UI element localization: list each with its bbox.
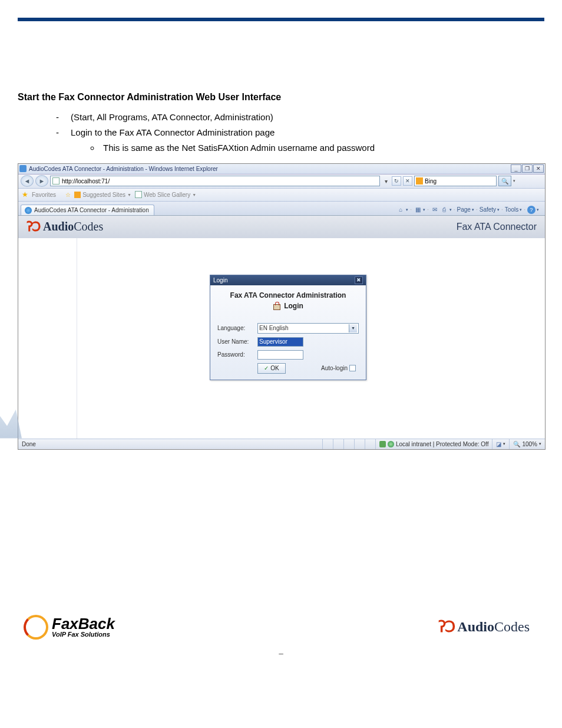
ie-icon [19,165,27,172]
search-go-button[interactable]: 🔍 [498,176,511,186]
search-input[interactable]: Bing [414,176,497,186]
url-text: http://localhost:71/ [62,178,110,185]
zoom-cell[interactable]: 🔍 100% ▾ [509,439,545,449]
watermark-graphic [0,397,22,439]
app-header-title: Fax ATA Connector [457,222,537,232]
window-title: AudioCodes ATA Connector - Administratio… [29,166,511,172]
login-close-button[interactable]: ✖ [355,276,363,284]
stop-button[interactable]: ✕ [403,176,412,186]
status-cell [365,439,375,449]
titlebar: AudioCodes ATA Connector - Administratio… [18,164,545,174]
zone-text: Local intranet | Protected Mode: Off [396,441,489,447]
autologin-checkbox[interactable] [349,365,356,371]
web-slice-label: Web Slice Gallery [144,192,190,198]
login-sub-text: Login [284,302,303,310]
zoom-mode-cell[interactable]: ◪▾ [492,439,509,449]
shield-icon [379,441,386,447]
security-zone-cell[interactable]: Local intranet | Protected Mode: Off [375,439,492,449]
suggested-sites-link[interactable]: Suggested Sites ▼ [74,192,131,198]
favorites-bar: ★ Favorites ☆ Suggested Sites ▼ Web Slic… [18,189,545,202]
home-icon[interactable]: ⌂ [396,206,405,214]
check-icon: ✓ [264,365,269,371]
status-cell [322,439,333,449]
safety-menu[interactable]: Safety▾ [480,206,500,213]
username-label: User Name: [217,338,257,345]
page-number: _ [18,645,544,660]
app-body: Login ✖ Fax ATA Connector Administration… [18,238,545,439]
login-titlebar: Login ✖ [210,275,366,285]
close-button[interactable]: ✕ [533,164,544,173]
web-slice-gallery-link[interactable]: Web Slice Gallery ▼ [135,191,196,198]
zoom-mode-icon: ◪ [496,441,501,447]
page-icon [52,177,59,185]
chevron-down-icon: ▼ [127,193,131,197]
search-dropdown-icon[interactable]: ▾ [513,179,515,183]
username-input[interactable]: Supervisor [257,337,303,347]
password-label: Password: [217,351,257,358]
help-icon[interactable]: ? [527,206,535,214]
language-value: EN English [259,325,288,331]
browser-window: AudioCodes ATA Connector - Administratio… [18,163,546,450]
ok-button[interactable]: ✓ OK [257,363,286,374]
logo-mark-icon: ʔƆ [27,219,39,235]
search-engine-label: Bing [425,178,437,185]
doc-bullet-2: Login to the Fax ATA Connector Administr… [59,126,544,155]
chevron-down-icon: ▼ [349,324,357,332]
status-bar: Done Local intranet | Protected Mode: Of… [18,439,545,449]
status-left: Done [18,441,39,447]
ie-icon [25,207,32,214]
header-rule [18,18,544,21]
status-cell [354,439,365,449]
lock-icon [273,302,281,310]
ok-label: OK [270,365,279,371]
logo-text-b: Codes [74,220,103,233]
refresh-button[interactable]: ↻ [392,176,401,186]
read-mail-icon[interactable]: ✉ [431,206,439,214]
url-input[interactable]: http://localhost:71/ [50,176,380,186]
favorites-star-icon[interactable]: ★ [22,190,28,199]
sidebar [18,238,77,439]
forward-button[interactable]: ► [35,175,48,187]
faxback-name: FaxBack [52,617,115,631]
tab-label: AudioCodes ATA Connector - Administratio… [34,207,149,213]
doc-list: (Start, All Programs, ATA Connector, Adm… [59,111,544,155]
browser-tab[interactable]: AudioCodes ATA Connector - Administratio… [21,205,154,215]
magnifier-icon: 🔍 [513,441,520,447]
print-icon[interactable]: ⎙ [440,206,448,214]
faxback-logo: FaxBack VoIP Fax Solutions [24,615,115,640]
tab-bar: AudioCodes ATA Connector - Administratio… [18,202,545,216]
language-select[interactable]: EN English ▼ [257,323,359,334]
audiocodes-logo: ʔƆ AudioCodes [27,219,103,235]
zoom-value: 100% [522,441,537,447]
page-menu[interactable]: Page▾ [457,206,474,213]
feeds-icon[interactable]: ▦ [414,206,422,214]
doc-heading: Start the Fax Connector Administration W… [18,92,544,103]
tools-menu[interactable]: Tools▾ [505,206,522,213]
command-bar: ⌂▾ · ▦▾ · ✉ ⎙▾ · Page▾ · Safety▾ · Tools… [393,205,543,215]
suggested-sites-label: Suggested Sites [82,192,125,198]
doc-sub-bullet: This is same as the Net SatisFAXtion Adm… [100,141,544,155]
logo-text-b: Codes [494,619,530,634]
favorites-add-icon[interactable]: ☆ [65,192,71,198]
chevron-down-icon: ▼ [192,193,196,197]
faxback-swirl-icon [24,615,48,640]
password-input[interactable] [257,350,303,360]
login-subheading: Login [217,302,359,310]
globe-icon [388,441,394,447]
login-dialog: Login ✖ Fax ATA Connector Administration… [210,275,366,380]
back-button[interactable]: ◄ [21,175,34,187]
login-title-text: Login [213,277,355,284]
doc-bullet-1: (Start, All Programs, ATA Connector, Adm… [59,111,544,124]
logo-text-a: Audio [457,619,494,634]
minimize-button[interactable]: _ [511,164,521,173]
address-bar: ◄ ► http://localhost:71/ ▾ ↻ ✕ Bing 🔍 ▾ [18,174,545,189]
audiocodes-logo: ʔƆ AudioCodes [438,618,530,636]
suggested-icon [74,192,81,198]
status-cell [333,439,343,449]
autologin-label: Auto-login [321,365,348,371]
doc-bullet-2-text: Login to the Fax ATA Connector Administr… [71,127,275,137]
login-heading: Fax ATA Connector Administration [217,291,359,299]
logo-text-a: Audio [43,220,74,233]
restore-button[interactable]: ❐ [522,164,533,173]
url-dropdown-icon[interactable]: ▾ [382,178,390,185]
